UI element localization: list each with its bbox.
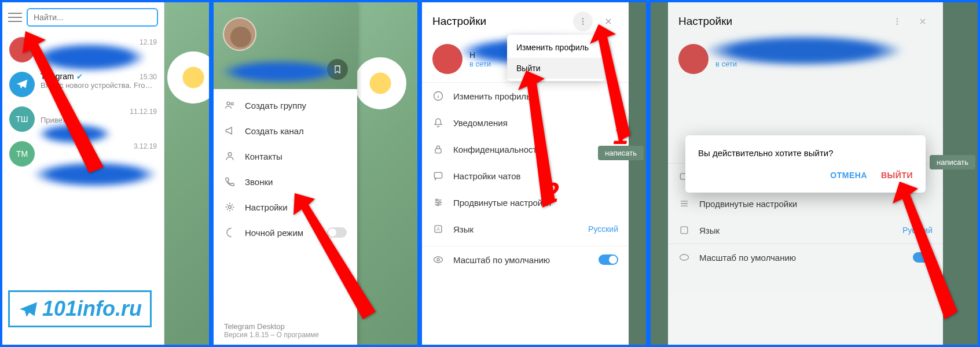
svg-point-13 bbox=[439, 201, 441, 203]
svg-point-23 bbox=[897, 23, 898, 24]
settings-edit-profile[interactable]: Изменить профиль bbox=[422, 83, 629, 109]
chat-date: 11.12.19 bbox=[130, 108, 157, 116]
saved-messages-icon[interactable] bbox=[327, 59, 348, 80]
svg-point-2 bbox=[231, 102, 233, 105]
settings-advanced[interactable]: Продвинутые настройки bbox=[422, 189, 629, 216]
chat-date: 15:30 bbox=[140, 73, 157, 81]
menu-icon[interactable] bbox=[8, 13, 22, 22]
settings-scale[interactable]: Масштаб по умолчанию bbox=[668, 243, 943, 271]
menu-calls[interactable]: Звонки bbox=[214, 169, 357, 194]
watermark: 101info.ru bbox=[8, 290, 152, 327]
chat-row[interactable]: ТШ Привет 11.12.19 bbox=[2, 102, 164, 136]
language-icon bbox=[678, 224, 690, 236]
svg-point-14 bbox=[437, 204, 439, 206]
svg-point-8 bbox=[582, 23, 583, 24]
logout-confirm-button[interactable]: ВЫЙТИ bbox=[881, 171, 913, 180]
eye-icon bbox=[432, 254, 444, 265]
logout-dialog: Вы действительно хотите выйти? ОТМЕНА ВЫ… bbox=[685, 135, 926, 193]
profile-avatar[interactable] bbox=[432, 44, 463, 74]
language-value: Русский bbox=[588, 224, 618, 234]
chat-name: Telegram bbox=[41, 72, 74, 81]
group-icon bbox=[224, 99, 236, 111]
svg-point-3 bbox=[228, 153, 232, 156]
avatar bbox=[9, 37, 35, 62]
menu-header bbox=[214, 2, 357, 89]
sliders-icon bbox=[432, 197, 444, 208]
chat-date: 12.19 bbox=[140, 38, 157, 46]
dots-vertical-icon bbox=[893, 17, 902, 26]
svg-point-4 bbox=[229, 206, 232, 209]
settings-language[interactable]: ЯзыкРусский bbox=[668, 217, 943, 243]
more-menu-button[interactable] bbox=[887, 12, 907, 31]
night-mode-toggle[interactable] bbox=[327, 227, 347, 238]
menu-footer: Telegram Desktop Версия 1.8.15 – О прогр… bbox=[224, 322, 319, 339]
dialog-message: Вы действительно хотите выйти? bbox=[698, 148, 913, 158]
settings-title: Настройки bbox=[678, 15, 882, 28]
menu-create-channel[interactable]: Создать канал bbox=[214, 118, 357, 143]
close-icon bbox=[604, 17, 612, 25]
settings-advanced[interactable]: Продвинутые настройки bbox=[668, 190, 943, 217]
dropdown-edit-profile[interactable]: Изменить профиль bbox=[507, 37, 605, 58]
write-button[interactable]: написать bbox=[598, 146, 644, 160]
settings-chat[interactable]: Настройки чатов bbox=[422, 163, 629, 189]
sliders-icon bbox=[678, 198, 690, 209]
megaphone-icon bbox=[224, 125, 236, 136]
version-link[interactable]: Версия 1.8.15 – О программе bbox=[224, 331, 319, 339]
search-input[interactable] bbox=[27, 8, 158, 27]
background bbox=[357, 2, 417, 345]
settings-notifications[interactable]: Уведомления bbox=[422, 109, 629, 136]
avatar: ТМ bbox=[9, 141, 35, 167]
bell-icon bbox=[432, 117, 444, 128]
background bbox=[164, 2, 209, 345]
chat-row[interactable]: 12.19 bbox=[2, 32, 164, 67]
svg-point-1 bbox=[227, 102, 230, 105]
settings-pane: Настройки Изменить профиль Выйти H в сет… bbox=[422, 2, 629, 345]
drawer-menu: Создать группу Создать канал Контакты Зв… bbox=[214, 2, 357, 345]
lock-icon bbox=[432, 143, 444, 155]
verified-icon: ✔ bbox=[76, 72, 83, 81]
chat-row[interactable]: Telegram ✔ Вход с нового устройства. Fro… bbox=[2, 67, 164, 102]
svg-rect-25 bbox=[681, 227, 688, 234]
svg-text:A: A bbox=[436, 226, 440, 232]
svg-point-26 bbox=[680, 254, 689, 260]
svg-point-21 bbox=[897, 18, 898, 19]
online-status: в сети bbox=[469, 60, 491, 68]
phone-icon bbox=[224, 176, 236, 187]
svg-point-12 bbox=[436, 199, 438, 201]
settings-scale[interactable]: Масштаб по умолчанию bbox=[422, 246, 629, 273]
online-status: в сети bbox=[715, 60, 737, 68]
avatar bbox=[9, 72, 35, 97]
dropdown-logout[interactable]: Выйти bbox=[507, 58, 605, 79]
svg-point-18 bbox=[437, 259, 439, 261]
language-value: Русский bbox=[902, 226, 933, 235]
scale-toggle[interactable] bbox=[599, 254, 618, 265]
chat-date: 3.12.19 bbox=[134, 142, 157, 150]
svg-point-22 bbox=[897, 21, 898, 22]
menu-contacts[interactable]: Контакты bbox=[214, 143, 357, 169]
close-button[interactable] bbox=[599, 12, 618, 31]
menu-create-group[interactable]: Создать группу bbox=[214, 93, 357, 118]
info-icon bbox=[432, 90, 444, 102]
gear-icon bbox=[224, 201, 236, 213]
eye-icon bbox=[678, 252, 690, 263]
svg-point-7 bbox=[582, 21, 583, 22]
more-menu-button[interactable] bbox=[573, 12, 593, 31]
panel-logout-dialog: Настройки в сети Настройки чатов Продвин… bbox=[648, 0, 980, 347]
profile-avatar bbox=[678, 44, 709, 74]
cancel-button[interactable]: ОТМЕНА bbox=[830, 171, 867, 180]
language-icon: A bbox=[432, 223, 444, 235]
dots-vertical-icon bbox=[578, 17, 588, 26]
panel-settings: Настройки Изменить профиль Выйти H в сет… bbox=[420, 0, 648, 347]
panel-main-menu: Создать группу Создать канал Контакты Зв… bbox=[211, 0, 420, 347]
chat-row[interactable]: ТМ 3.12.19 bbox=[2, 136, 164, 171]
write-button[interactable]: написать bbox=[930, 155, 975, 169]
profile-avatar[interactable] bbox=[223, 17, 256, 51]
menu-settings[interactable]: Настройки bbox=[214, 194, 357, 220]
close-button[interactable] bbox=[913, 12, 933, 31]
contacts-icon bbox=[224, 150, 236, 162]
scale-toggle[interactable] bbox=[913, 252, 933, 263]
close-icon bbox=[919, 17, 927, 25]
menu-night-mode[interactable]: Ночной режим bbox=[214, 220, 357, 245]
settings-title: Настройки bbox=[432, 15, 567, 28]
settings-language[interactable]: AЯзыкРусский bbox=[422, 216, 629, 242]
